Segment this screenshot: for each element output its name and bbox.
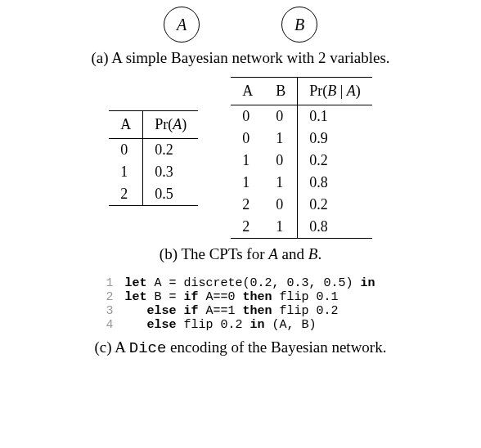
code-text: (A, B) bbox=[265, 318, 317, 332]
cell: 1 bbox=[231, 172, 264, 194]
cell: 0.2 bbox=[298, 150, 372, 172]
cell-a: 0 bbox=[109, 138, 143, 161]
table-row: 2 0.5 bbox=[109, 183, 198, 206]
arrow-icon bbox=[200, 24, 281, 25]
cell: 1 bbox=[264, 128, 298, 150]
node-b-label: B bbox=[294, 16, 304, 34]
code-text: A==1 bbox=[199, 304, 243, 318]
line-num: 1 bbox=[106, 276, 113, 290]
caption-c-dice: Dice bbox=[129, 339, 167, 357]
pr-a: A bbox=[347, 83, 356, 99]
line-num: 4 bbox=[106, 318, 113, 332]
table-row: 100.2 bbox=[231, 150, 372, 172]
pr-open: Pr( bbox=[309, 83, 327, 99]
cell: 0 bbox=[264, 105, 298, 128]
caption-b-a: A bbox=[268, 245, 278, 262]
cell: 1 bbox=[264, 216, 298, 239]
table-pr-b-given-a: A B Pr(B | A) 000.1 010.9 100.2 110.8 20… bbox=[231, 77, 372, 239]
table-b-header-a: A bbox=[231, 78, 264, 105]
caption-a: (a) A simple Bayesian network with 2 var… bbox=[91, 49, 389, 67]
cell-pr: 0.5 bbox=[143, 183, 199, 206]
kw-let: let bbox=[124, 276, 146, 290]
kw-if: if bbox=[184, 304, 199, 318]
pr-close: ) bbox=[182, 116, 187, 132]
network-node-b: B bbox=[281, 7, 317, 43]
caption-c: (c) A Dice encoding of the Bayesian netw… bbox=[95, 338, 387, 357]
pr-b: B bbox=[327, 83, 336, 99]
table-row: 210.8 bbox=[231, 216, 372, 239]
table-row: 200.2 bbox=[231, 194, 372, 216]
kw-then: then bbox=[243, 290, 272, 304]
cell: 0.9 bbox=[298, 128, 372, 150]
cell: 0 bbox=[231, 128, 264, 150]
cell: 0.2 bbox=[298, 194, 372, 216]
caption-c-prefix: (c) A bbox=[95, 338, 129, 356]
line-num: 2 bbox=[106, 290, 113, 304]
table-row: 110.8 bbox=[231, 172, 372, 194]
pr-close2: ) bbox=[356, 83, 361, 99]
cell: 0.8 bbox=[298, 172, 372, 194]
kw-else: else bbox=[146, 304, 176, 318]
code-text: A = discrete(0.2, 0.3, 0.5) bbox=[146, 276, 360, 290]
code-text: flip 0.1 bbox=[272, 290, 339, 304]
cell: 0 bbox=[264, 194, 298, 216]
caption-b-prefix: (b) The CPTs for bbox=[160, 245, 268, 262]
line-num: 3 bbox=[106, 304, 113, 318]
table-pr-a: A Pr(A) 0 0.2 1 0.3 2 0.5 bbox=[109, 110, 198, 206]
network-node-a: A bbox=[164, 7, 200, 43]
table-row: 010.9 bbox=[231, 128, 372, 150]
table-row: 0 0.2 bbox=[109, 138, 198, 161]
caption-b-and: and bbox=[278, 245, 308, 262]
cell-a: 2 bbox=[109, 183, 143, 206]
table-b-header-pr: Pr(B | A) bbox=[298, 78, 372, 105]
node-a-label: A bbox=[177, 16, 187, 34]
caption-c-suffix: encoding of the Bayesian network. bbox=[166, 338, 386, 356]
caption-b: (b) The CPTs for A and B. bbox=[160, 245, 321, 263]
kw-then: then bbox=[243, 304, 272, 318]
kw-if: if bbox=[184, 290, 199, 304]
cell: 0 bbox=[231, 105, 264, 128]
caption-b-b: B bbox=[308, 245, 318, 262]
cell: 1 bbox=[231, 150, 264, 172]
code-text: B = bbox=[146, 290, 183, 304]
code-text: flip 0.2 bbox=[177, 318, 250, 332]
code-text: A==0 bbox=[199, 290, 243, 304]
table-a-header-pr: Pr(A) bbox=[143, 110, 199, 138]
cell: 0 bbox=[264, 150, 298, 172]
table-row: 1 0.3 bbox=[109, 161, 198, 183]
kw-let: let bbox=[124, 290, 146, 304]
pr-label: Pr( bbox=[155, 116, 173, 132]
cpt-tables-row: A Pr(A) 0 0.2 1 0.3 2 0.5 A B Pr(B | A) bbox=[109, 77, 372, 239]
cell: 0.1 bbox=[298, 105, 372, 128]
cell: 1 bbox=[264, 172, 298, 194]
pr-var: A bbox=[173, 116, 182, 132]
code-content: let A = discrete(0.2, 0.3, 0.5) in let B… bbox=[124, 276, 375, 332]
table-row: 000.1 bbox=[231, 105, 372, 128]
caption-b-suffix: . bbox=[317, 245, 321, 262]
pr-bar: | bbox=[336, 83, 347, 99]
kw-in: in bbox=[361, 276, 375, 290]
cell: 0.8 bbox=[298, 216, 372, 239]
table-a-header-var: A bbox=[109, 110, 143, 138]
kw-else: else bbox=[146, 318, 176, 332]
table-b-header-b: B bbox=[264, 78, 298, 105]
cell: 2 bbox=[231, 194, 264, 216]
code-text: flip 0.2 bbox=[272, 304, 339, 318]
cell: 2 bbox=[231, 216, 264, 239]
cell-pr: 0.3 bbox=[143, 161, 199, 183]
line-numbers: 1 2 3 4 bbox=[106, 276, 124, 332]
kw-in: in bbox=[250, 318, 265, 332]
cell-pr: 0.2 bbox=[143, 138, 199, 161]
cell-a: 1 bbox=[109, 161, 143, 183]
bayesian-network-diagram: A B bbox=[164, 7, 317, 43]
dice-code-block: 1 2 3 4 let A = discrete(0.2, 0.3, 0.5) … bbox=[106, 276, 375, 332]
